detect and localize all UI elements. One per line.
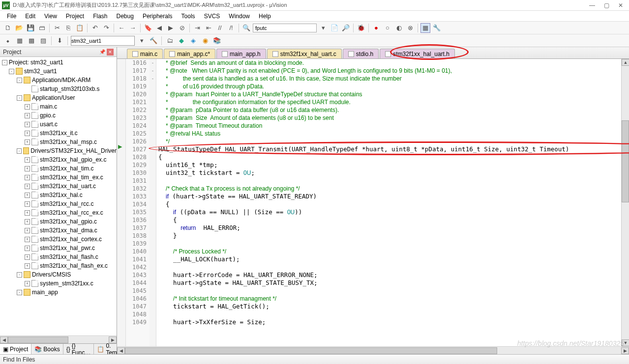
- target-options-icon[interactable]: 🔨: [149, 36, 158, 46]
- expand-icon[interactable]: -: [17, 272, 22, 278]
- breakpoint-kill-icon[interactable]: ⊗: [405, 23, 415, 33]
- tree-item[interactable]: +gpio.c: [0, 111, 117, 120]
- tree-item[interactable]: -Application/MDK-ARM: [0, 76, 117, 84]
- sidebar-scrollbar[interactable]: ◀ ▶: [0, 336, 117, 343]
- menu-edit[interactable]: Edit: [22, 12, 38, 21]
- editor-tab[interactable]: stm32f1xx_hal_uart.c: [267, 49, 342, 58]
- expand-icon[interactable]: -: [17, 78, 22, 83]
- tree-item[interactable]: +stm32f1xx_hal_uart.c: [0, 182, 117, 191]
- menu-view[interactable]: View: [41, 12, 60, 21]
- comment-icon[interactable]: //: [215, 23, 225, 33]
- menu-svcs[interactable]: SVCS: [201, 12, 223, 21]
- expand-icon[interactable]: -: [9, 69, 14, 74]
- breakpoint-disable-icon[interactable]: ◐: [394, 23, 404, 33]
- tree-item[interactable]: +stm32f1xx_it.c: [0, 129, 117, 138]
- code-content[interactable]: * @brief Sends an amount of data in bloc…: [156, 59, 621, 346]
- bookmark-prev-icon[interactable]: ◀: [154, 23, 164, 33]
- tree-item[interactable]: -main_app: [0, 288, 117, 297]
- sidebar-tab[interactable]: 📚Books: [31, 344, 63, 354]
- expand-icon[interactable]: +: [25, 201, 30, 207]
- expand-icon[interactable]: +: [25, 193, 30, 198]
- tree-item[interactable]: -Drivers/STM32F1xx_HAL_Driver: [0, 146, 117, 155]
- editor-scrollbar-v[interactable]: ▲ ▼: [621, 59, 629, 346]
- project-tree[interactable]: - Project: stm32_uart1 -stm32_uart1-Appl…: [0, 57, 117, 336]
- bookmark-next-icon[interactable]: ▶: [166, 23, 176, 33]
- project-root[interactable]: - Project: stm32_uart1: [0, 58, 117, 67]
- tree-item[interactable]: +stm32f1xx_hal_tim.c: [0, 164, 117, 173]
- expand-icon[interactable]: +: [25, 281, 30, 286]
- tree-item[interactable]: +stm32f1xx_hal_flash.c: [0, 252, 117, 261]
- expand-icon[interactable]: +: [25, 263, 30, 269]
- translate-icon[interactable]: ⬥: [3, 36, 13, 46]
- tree-item[interactable]: +stm32f1xx_hal.c: [0, 191, 117, 199]
- nav-back-icon[interactable]: ←: [117, 23, 126, 33]
- expand-icon[interactable]: +: [25, 210, 30, 216]
- tree-item[interactable]: -Drivers/CMSIS: [0, 270, 117, 279]
- tree-item[interactable]: +usart.c: [0, 120, 117, 129]
- expand-icon[interactable]: -: [17, 290, 22, 295]
- close-button[interactable]: ✕: [618, 2, 623, 9]
- scroll-left-icon[interactable]: ◀: [117, 347, 125, 354]
- scroll-left-icon[interactable]: ◀: [0, 336, 8, 343]
- find-in-files-icon[interactable]: 📄: [329, 23, 339, 33]
- tree-item[interactable]: +stm32f1xx_hal_dma.c: [0, 226, 117, 235]
- editor-tab[interactable]: stdio.h: [343, 49, 379, 58]
- build-icon[interactable]: ▦: [15, 36, 25, 46]
- editor-tab[interactable]: main_app.c*: [164, 49, 215, 58]
- tree-item[interactable]: startup_stm32f103xb.s: [0, 84, 117, 93]
- indent-icon[interactable]: ⇥: [192, 23, 202, 33]
- panel-close-icon[interactable]: ✕: [107, 49, 114, 56]
- tree-item[interactable]: -stm32_uart1: [0, 67, 117, 76]
- menu-debug[interactable]: Debug: [114, 12, 137, 21]
- expand-icon[interactable]: +: [25, 122, 30, 127]
- tree-item[interactable]: +stm32f1xx_hal_tim_ex.c: [0, 173, 117, 182]
- manage-project-icon[interactable]: 🗂: [165, 36, 175, 46]
- find-icon[interactable]: 🔍: [241, 23, 251, 33]
- expand-icon[interactable]: +: [25, 228, 30, 233]
- menu-flash[interactable]: Flash: [90, 12, 110, 21]
- tree-item[interactable]: +stm32f1xx_hal_rcc.c: [0, 199, 117, 208]
- redo-icon[interactable]: ↷: [101, 23, 111, 33]
- window-layout-icon[interactable]: ▦: [420, 23, 430, 33]
- editor-tab[interactable]: stm32f1xx_hal_uart.h: [380, 49, 455, 58]
- configure-icon[interactable]: 🔧: [432, 23, 442, 33]
- expand-icon[interactable]: +: [25, 219, 30, 224]
- breakpoint-insert-icon[interactable]: ●: [371, 23, 381, 33]
- sidebar-tab[interactable]: ▣Project: [0, 344, 31, 354]
- rebuild-icon[interactable]: ▩: [27, 36, 36, 46]
- menu-window[interactable]: Window: [226, 12, 253, 21]
- sidebar-tab[interactable]: {}{} Func…: [63, 344, 94, 354]
- expand-icon[interactable]: +: [25, 131, 30, 136]
- tree-item[interactable]: +stm32f1xx_hal_gpio_ex.c: [0, 155, 117, 164]
- target-select[interactable]: [71, 36, 135, 46]
- nav-forward-icon[interactable]: →: [128, 23, 138, 33]
- expand-icon[interactable]: -: [2, 60, 7, 65]
- expand-icon[interactable]: +: [25, 157, 30, 163]
- tree-item[interactable]: +stm32f1xx_hal_cortex.c: [0, 235, 117, 244]
- breakpoint-enable-icon[interactable]: ○: [383, 23, 392, 33]
- menu-help[interactable]: Help: [256, 12, 274, 21]
- new-file-icon[interactable]: 🗋: [3, 23, 13, 33]
- tree-item[interactable]: +system_stm32f1xx.c: [0, 279, 117, 288]
- scroll-right-icon[interactable]: ▶: [621, 347, 629, 354]
- tree-item[interactable]: +stm32f1xx_hal_rcc_ex.c: [0, 208, 117, 217]
- tree-item[interactable]: +stm32f1xx_hal_flash_ex.c: [0, 261, 117, 270]
- cut-icon[interactable]: ✂: [52, 23, 62, 33]
- expand-icon[interactable]: +: [25, 140, 30, 145]
- editor-tab[interactable]: main.c: [127, 49, 163, 58]
- tree-item[interactable]: +main.c: [0, 102, 117, 111]
- target-dropdown-icon[interactable]: ▾: [137, 36, 147, 46]
- open-file-icon[interactable]: 📂: [14, 23, 24, 33]
- editor-tab[interactable]: main_app.h: [216, 49, 266, 58]
- expand-icon[interactable]: +: [25, 166, 30, 171]
- debug-icon[interactable]: 🐞: [356, 23, 366, 33]
- books-icon[interactable]: 📚: [212, 36, 222, 46]
- expand-icon[interactable]: +: [25, 104, 30, 110]
- undo-icon[interactable]: ↶: [90, 23, 100, 33]
- incremental-find-icon[interactable]: 🔎: [341, 23, 351, 33]
- uncomment-icon[interactable]: /!: [226, 23, 236, 33]
- download-icon[interactable]: ⬇: [55, 36, 64, 46]
- tree-item[interactable]: +stm32f1xx_hal_msp.c: [0, 138, 117, 146]
- editor-scrollbar-h[interactable]: ◀ ▶: [117, 346, 629, 354]
- menu-peripherals[interactable]: Peripherals: [140, 12, 176, 21]
